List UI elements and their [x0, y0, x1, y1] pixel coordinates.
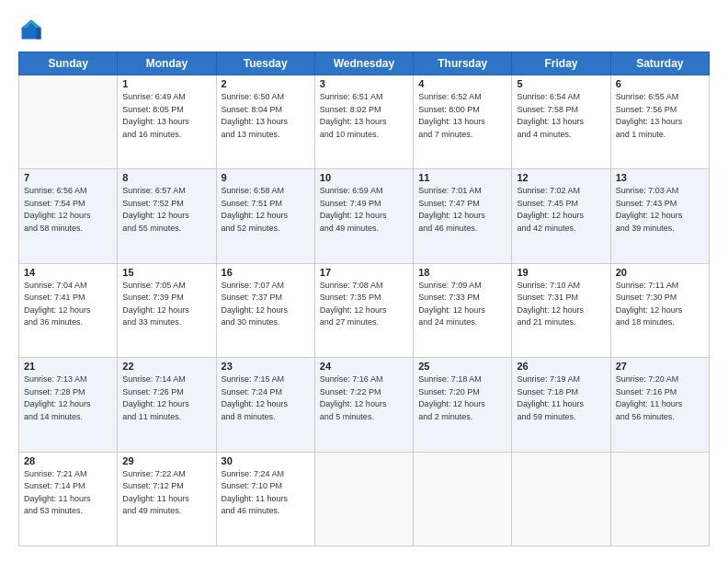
day-number: 18: [418, 267, 506, 278]
day-number: 29: [122, 455, 210, 466]
day-info: Sunrise: 7:16 AM Sunset: 7:22 PM Dayligh…: [320, 373, 408, 423]
calendar-week-row: 28Sunrise: 7:21 AM Sunset: 7:14 PM Dayli…: [19, 452, 710, 546]
day-number: 30: [222, 455, 310, 466]
day-info: Sunrise: 7:18 AM Sunset: 7:20 PM Dayligh…: [418, 373, 506, 423]
calendar-week-row: 1Sunrise: 6:49 AM Sunset: 8:05 PM Daylig…: [19, 75, 710, 169]
calendar-cell: 20Sunrise: 7:11 AM Sunset: 7:30 PM Dayli…: [610, 263, 709, 357]
day-info: Sunrise: 7:13 AM Sunset: 7:28 PM Dayligh…: [24, 373, 112, 423]
calendar-week-row: 14Sunrise: 7:04 AM Sunset: 7:41 PM Dayli…: [19, 263, 710, 357]
day-number: 7: [24, 172, 112, 183]
col-header-monday: Monday: [118, 52, 216, 75]
day-info: Sunrise: 6:52 AM Sunset: 8:00 PM Dayligh…: [418, 91, 506, 141]
header: [18, 17, 710, 42]
day-number: 22: [122, 361, 210, 372]
day-info: Sunrise: 7:07 AM Sunset: 7:37 PM Dayligh…: [222, 280, 310, 329]
day-number: 23: [222, 361, 310, 372]
day-number: 19: [517, 267, 605, 278]
calendar-week-row: 21Sunrise: 7:13 AM Sunset: 7:28 PM Dayli…: [19, 358, 710, 452]
calendar-cell: [414, 452, 512, 546]
day-number: 26: [517, 361, 605, 372]
calendar-cell: 7Sunrise: 6:56 AM Sunset: 7:54 PM Daylig…: [19, 169, 118, 263]
col-header-wednesday: Wednesday: [314, 52, 413, 75]
day-info: Sunrise: 7:19 AM Sunset: 7:18 PM Dayligh…: [517, 373, 605, 423]
calendar-cell: 22Sunrise: 7:14 AM Sunset: 7:26 PM Dayli…: [118, 358, 216, 452]
day-info: Sunrise: 6:55 AM Sunset: 7:56 PM Dayligh…: [616, 91, 704, 141]
day-number: 17: [320, 267, 408, 278]
calendar-cell: 16Sunrise: 7:07 AM Sunset: 7:37 PM Dayli…: [216, 263, 314, 357]
calendar-cell: 28Sunrise: 7:21 AM Sunset: 7:14 PM Dayli…: [19, 452, 118, 546]
day-number: 6: [616, 78, 704, 89]
day-info: Sunrise: 6:58 AM Sunset: 7:51 PM Dayligh…: [222, 185, 310, 235]
calendar-cell: 3Sunrise: 6:51 AM Sunset: 8:02 PM Daylig…: [314, 75, 413, 169]
day-info: Sunrise: 7:24 AM Sunset: 7:10 PM Dayligh…: [222, 468, 310, 518]
day-info: Sunrise: 7:04 AM Sunset: 7:41 PM Dayligh…: [24, 280, 112, 329]
calendar-cell: 12Sunrise: 7:02 AM Sunset: 7:45 PM Dayli…: [512, 169, 610, 263]
logo: [18, 17, 48, 42]
col-header-sunday: Sunday: [19, 52, 118, 75]
calendar-cell: 8Sunrise: 6:57 AM Sunset: 7:52 PM Daylig…: [118, 169, 216, 263]
day-number: 20: [616, 267, 704, 278]
day-number: 28: [24, 455, 112, 466]
svg-marker-2: [36, 28, 40, 39]
day-number: 9: [222, 172, 310, 183]
col-header-friday: Friday: [512, 52, 610, 75]
calendar-cell: 15Sunrise: 7:05 AM Sunset: 7:39 PM Dayli…: [118, 263, 216, 357]
day-number: 24: [320, 361, 408, 372]
day-number: 10: [320, 172, 408, 183]
day-number: 27: [616, 361, 704, 372]
day-number: 14: [24, 267, 112, 278]
day-number: 12: [517, 172, 605, 183]
calendar-cell: 9Sunrise: 6:58 AM Sunset: 7:51 PM Daylig…: [216, 169, 314, 263]
day-info: Sunrise: 7:05 AM Sunset: 7:39 PM Dayligh…: [122, 280, 210, 329]
day-info: Sunrise: 7:22 AM Sunset: 7:12 PM Dayligh…: [122, 468, 210, 518]
day-number: 3: [320, 78, 408, 89]
day-info: Sunrise: 6:54 AM Sunset: 7:58 PM Dayligh…: [517, 91, 605, 141]
day-number: 5: [517, 78, 605, 89]
calendar-cell: 30Sunrise: 7:24 AM Sunset: 7:10 PM Dayli…: [216, 452, 314, 546]
calendar-cell: 10Sunrise: 6:59 AM Sunset: 7:49 PM Dayli…: [314, 169, 413, 263]
col-header-tuesday: Tuesday: [216, 52, 314, 75]
day-number: 4: [418, 78, 506, 89]
calendar-week-row: 7Sunrise: 6:56 AM Sunset: 7:54 PM Daylig…: [19, 169, 710, 263]
calendar-cell: 6Sunrise: 6:55 AM Sunset: 7:56 PM Daylig…: [610, 75, 709, 169]
calendar-cell: 26Sunrise: 7:19 AM Sunset: 7:18 PM Dayli…: [512, 358, 610, 452]
calendar-cell: 14Sunrise: 7:04 AM Sunset: 7:41 PM Dayli…: [19, 263, 118, 357]
day-info: Sunrise: 7:01 AM Sunset: 7:47 PM Dayligh…: [418, 185, 506, 235]
calendar-cell: 11Sunrise: 7:01 AM Sunset: 7:47 PM Dayli…: [414, 169, 512, 263]
day-info: Sunrise: 6:57 AM Sunset: 7:52 PM Dayligh…: [122, 185, 210, 235]
calendar-cell: 27Sunrise: 7:20 AM Sunset: 7:16 PM Dayli…: [610, 358, 709, 452]
calendar-cell: 2Sunrise: 6:50 AM Sunset: 8:04 PM Daylig…: [216, 75, 314, 169]
calendar-cell: 18Sunrise: 7:09 AM Sunset: 7:33 PM Dayli…: [414, 263, 512, 357]
day-info: Sunrise: 6:50 AM Sunset: 8:04 PM Dayligh…: [222, 91, 310, 141]
day-info: Sunrise: 7:10 AM Sunset: 7:31 PM Dayligh…: [517, 280, 605, 329]
calendar-cell: 29Sunrise: 7:22 AM Sunset: 7:12 PM Dayli…: [118, 452, 216, 546]
calendar-cell: 23Sunrise: 7:15 AM Sunset: 7:24 PM Dayli…: [216, 358, 314, 452]
day-info: Sunrise: 7:14 AM Sunset: 7:26 PM Dayligh…: [122, 373, 210, 423]
day-number: 1: [122, 78, 210, 89]
calendar-header-row: SundayMondayTuesdayWednesdayThursdayFrid…: [19, 52, 710, 75]
calendar-cell: [512, 452, 610, 546]
calendar-cell: 17Sunrise: 7:08 AM Sunset: 7:35 PM Dayli…: [314, 263, 413, 357]
calendar-cell: [610, 452, 709, 546]
calendar-cell: 21Sunrise: 7:13 AM Sunset: 7:28 PM Dayli…: [19, 358, 118, 452]
day-number: 16: [222, 267, 310, 278]
calendar-cell: 24Sunrise: 7:16 AM Sunset: 7:22 PM Dayli…: [314, 358, 413, 452]
day-info: Sunrise: 6:59 AM Sunset: 7:49 PM Dayligh…: [320, 185, 408, 235]
calendar-cell: [314, 452, 413, 546]
day-number: 11: [418, 172, 506, 183]
day-info: Sunrise: 7:03 AM Sunset: 7:43 PM Dayligh…: [616, 185, 704, 235]
calendar-cell: 19Sunrise: 7:10 AM Sunset: 7:31 PM Dayli…: [512, 263, 610, 357]
col-header-saturday: Saturday: [610, 52, 709, 75]
day-info: Sunrise: 7:21 AM Sunset: 7:14 PM Dayligh…: [24, 468, 112, 518]
day-info: Sunrise: 7:11 AM Sunset: 7:30 PM Dayligh…: [616, 280, 704, 329]
calendar-cell: 13Sunrise: 7:03 AM Sunset: 7:43 PM Dayli…: [610, 169, 709, 263]
day-info: Sunrise: 7:15 AM Sunset: 7:24 PM Dayligh…: [222, 373, 310, 423]
col-header-thursday: Thursday: [414, 52, 512, 75]
day-info: Sunrise: 6:51 AM Sunset: 8:02 PM Dayligh…: [320, 91, 408, 141]
calendar-cell: 25Sunrise: 7:18 AM Sunset: 7:20 PM Dayli…: [414, 358, 512, 452]
day-info: Sunrise: 7:02 AM Sunset: 7:45 PM Dayligh…: [517, 185, 605, 235]
day-info: Sunrise: 7:08 AM Sunset: 7:35 PM Dayligh…: [320, 280, 408, 329]
calendar-cell: 5Sunrise: 6:54 AM Sunset: 7:58 PM Daylig…: [512, 75, 610, 169]
day-info: Sunrise: 6:56 AM Sunset: 7:54 PM Dayligh…: [24, 185, 112, 235]
logo-icon: [18, 17, 44, 42]
